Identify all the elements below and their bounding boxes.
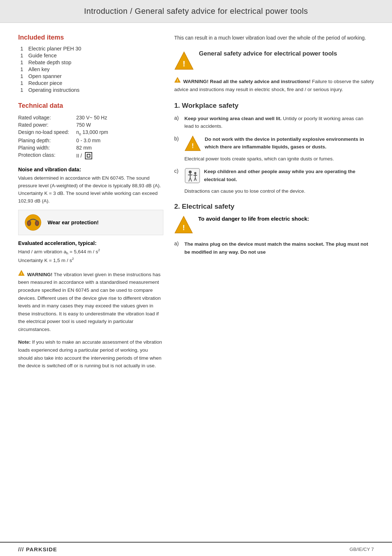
svg-rect-13 [185, 168, 200, 183]
section2-title: 2. Electrical safety [174, 203, 374, 210]
svg-text:!: ! [21, 272, 22, 275]
electric-safety-label: To avoid danger to life from electric sh… [198, 216, 309, 222]
general-safety-box: ! General safety advice for electrical p… [174, 50, 374, 71]
list-item: 1Operating instructions [18, 87, 163, 93]
keep-away-icon [184, 168, 200, 185]
technical-data-section: Technical data Rated voltage: 230 V~ 50 … [18, 102, 163, 370]
list-item: 1Electric planer PEH 30 [18, 46, 163, 52]
ear-protection-icon [24, 214, 42, 231]
safety-warning-text: ! WARNING! Read all the safety advice an… [174, 77, 374, 93]
warning-triangle-small-icon: ! [174, 77, 181, 83]
right-column: This can result in a much lower vibratio… [174, 34, 374, 375]
warning-block-1: ! WARNING! The vibration level given in … [18, 270, 163, 334]
section1-title: 1. Workplace safety [174, 102, 374, 110]
svg-point-19 [194, 172, 196, 174]
explosion-warning-icon: ! [184, 135, 201, 153]
list-item: 1Guide fence [18, 53, 163, 58]
table-row: Rated power: 750 W [18, 121, 115, 128]
svg-point-14 [189, 171, 192, 173]
svg-point-3 [28, 221, 30, 225]
list-item: 1Open spanner [18, 73, 163, 79]
note-block: Note: If you wish to make an accurate as… [18, 338, 163, 369]
svg-point-4 [36, 221, 38, 225]
list-item: 1Rebate depth stop [18, 60, 163, 65]
svg-text:!: ! [177, 79, 178, 82]
intro-text: This can result in a much lower vibratio… [174, 34, 374, 42]
included-items-list: 1Electric planer PEH 30 1Guide fence 1Re… [18, 46, 163, 93]
table-row: Rated voltage: 230 V~ 50 Hz [18, 114, 115, 121]
included-items-title: Included items [18, 34, 163, 41]
noise-vibration-title: Noise and vibration data: [18, 167, 163, 172]
footer: /// PARKSIDE GB/IE/CY 7 [0, 542, 392, 556]
noise-vibration-text: Values determined in accordance with EN … [18, 175, 163, 205]
svg-text:!: ! [192, 142, 194, 150]
evaluated-accel-text: Hand / arm vibration ah = 5,644 m / s2 U… [18, 248, 163, 264]
table-row: Planing depth: 0 - 3.0 mm [18, 137, 115, 144]
ear-svg [24, 214, 42, 231]
page-info: GB/IE/CY 7 [350, 547, 374, 552]
electric-warning-icon: ! [174, 216, 193, 235]
table-row: Protection class: II / [18, 151, 115, 160]
safety-item-c: c) [174, 168, 374, 195]
ear-protection-box: Wear ear protection! [18, 210, 163, 235]
safety-item-b: b) ! Do not work with the device in pote… [174, 135, 374, 163]
list-item: 1Reducer piece [18, 80, 163, 86]
page: Introduction / General safety advice for… [0, 0, 392, 556]
general-safety-triangle-icon: ! [174, 51, 194, 71]
safety-item-a: a) Keep your working area clean and well… [174, 115, 374, 130]
warning-triangle-icon: ! [18, 270, 25, 276]
table-row: Design no-load speed: n0 13,000 rpm [18, 128, 115, 137]
table-row: Planing width: 82 mm [18, 144, 115, 151]
evaluated-accel-title: Evaluated acceleration, typical: [18, 240, 163, 246]
item-c-subtext: Distractions can cause you to lose contr… [174, 187, 374, 195]
safety-item-ea: a) The mains plug on the device must mat… [174, 240, 374, 256]
technical-data-title: Technical data [18, 102, 163, 110]
page-header: Introduction / General safety advice for… [0, 0, 392, 23]
list-item: 1Allen key [18, 66, 163, 72]
header-title: Introduction / General safety advice for… [84, 7, 308, 16]
svg-text:!: ! [183, 224, 185, 232]
included-items-section: Included items 1Electric planer PEH 30 1… [18, 34, 163, 93]
brand-logo: /// PARKSIDE [18, 546, 57, 552]
content-area: Included items 1Electric planer PEH 30 1… [0, 23, 392, 386]
general-safety-title: General safety advice for electrical pow… [199, 50, 337, 58]
electric-safety-box: ! To avoid danger to life from electric … [174, 216, 374, 235]
svg-text:!: ! [183, 59, 185, 68]
tech-table: Rated voltage: 230 V~ 50 Hz Rated power:… [18, 114, 115, 160]
left-column: Included items 1Electric planer PEH 30 1… [18, 34, 163, 375]
item-b-subtext: Electrical power tools create sparks, wh… [174, 155, 374, 163]
ear-protection-label: Wear ear protection! [48, 220, 99, 225]
